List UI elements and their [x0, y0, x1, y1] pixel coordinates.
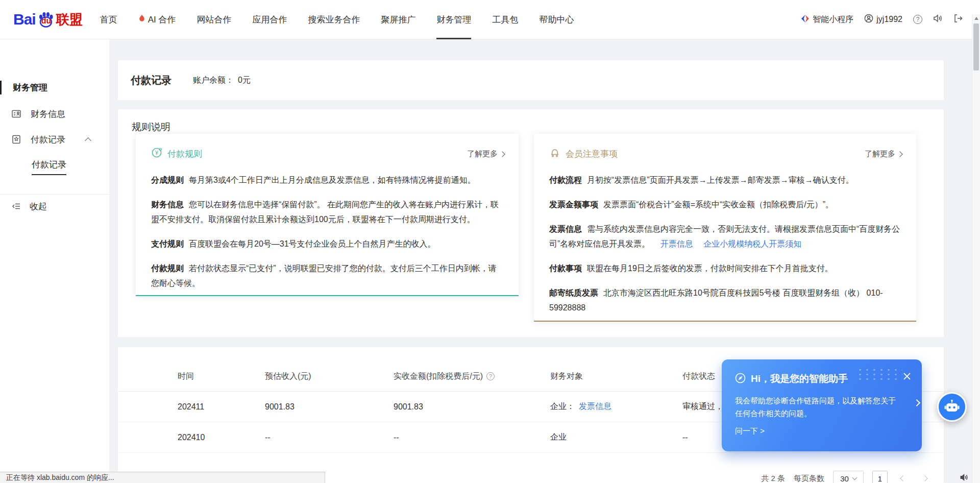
rules-section-title: 规则说明 — [132, 120, 170, 134]
logo-text-bai: Bai — [13, 11, 36, 28]
popup-expand-chevron-icon[interactable] — [913, 399, 920, 406]
sidebar-section-finance[interactable]: 财务管理 — [13, 82, 47, 93]
ask-now-link[interactable]: 问一下 > — [735, 426, 765, 436]
logo-text-union: 联盟 — [56, 11, 83, 29]
scrollbar-thumb[interactable] — [973, 23, 979, 70]
help-icon[interactable]: ? — [913, 15, 922, 24]
corner-speaker-icon[interactable] — [960, 473, 969, 483]
close-icon[interactable] — [902, 372, 912, 381]
payment-rules-head: ¥ 付款规则 — [151, 147, 503, 160]
nav-item-help[interactable]: 帮助中心 — [539, 0, 574, 39]
coin-icon: ¥ — [151, 147, 162, 160]
rule-paragraph: 付款事项联盟在每月19日之后签收的发票，付款时间安排在下个月首批支付。 — [549, 261, 901, 276]
vertical-scrollbar[interactable] — [972, 14, 980, 483]
balance-label: 账户余额： — [193, 75, 234, 86]
payment-rules-card: ¥ 付款规则 了解更多 分成规则每月第3或4个工作日产出上月分成信息及发票信息，… — [136, 134, 519, 296]
member-notice-title: 会员注意事项 — [566, 148, 618, 160]
assistant-header: Hi，我是您的智能助手 — [735, 372, 909, 385]
cell-time: 202410 — [178, 433, 265, 442]
top-nav-right: 智能小程序 jyj1992 ? — [801, 14, 963, 25]
pagination: 共 2 条 每页条数 30 1 — [761, 471, 932, 483]
sidebar-subitem-payment-records[interactable]: 付款记录 — [32, 159, 66, 175]
col-header-actual-amount: 实收金额(扣除税费后/元) ? — [394, 371, 550, 382]
sidebar-active-indicator — [0, 81, 2, 94]
rule-paragraph: 发票金额事项发票票面“价税合计”金额=系统中“实收金额（扣除税费后/元）”。 — [549, 197, 901, 212]
collapse-icon — [11, 201, 21, 211]
rules-section: 规则说明 ¥ 付款规则 了解更多 分成规则每月第3或4个工作日产出上月分成信息及… — [118, 109, 944, 337]
nav-item-website[interactable]: 网站合作 — [197, 0, 231, 39]
chevron-up-icon — [85, 137, 91, 144]
rule-paragraph: 财务信息您可以在财务信息中选择“保留付款”。 在此期间您产生的收入将在账户内进行… — [151, 197, 503, 227]
cell-time: 202411 — [178, 402, 265, 412]
top-nav: Bai du 联盟 首页 AI 合作 网站合作 — [0, 0, 980, 39]
cell-finance-target: 企业 — [550, 432, 682, 443]
sidebar: 财务管理 财务信息 付款记录 付款记录 — [0, 39, 109, 483]
main-menu: 首页 AI 合作 网站合作 应用合作 搜索业务合作 聚屏推广 财务管理 工具包 … — [100, 0, 574, 39]
miniprogram-entry[interactable]: 智能小程序 — [801, 14, 853, 25]
sidebar-item-finance-info[interactable]: 财务信息 — [0, 104, 109, 124]
rule-paragraph: 付款流程月初按“发票信息”页面开具发票→上传发票→邮寄发票→审核→确认支付。 — [549, 173, 901, 187]
caret-down-icon — [852, 475, 857, 480]
compass-icon — [735, 373, 746, 385]
prev-page-button[interactable] — [896, 471, 910, 483]
rule-paragraph: 付款规则若付款状态显示“已支付”，说明联盟已安排了您的付款。支付后三个工作日内到… — [151, 261, 503, 291]
nav-item-finance[interactable]: 财务管理 — [436, 0, 471, 39]
rule-paragraph: 分成规则每月第3或4个工作日产出上月分成信息及发票信息，如有特殊情况将提前通知。 — [151, 173, 503, 187]
cell-finance-target: 企业：发票信息 — [550, 401, 682, 412]
svg-text:¥: ¥ — [155, 150, 158, 156]
col-header-finance-target: 财务对象 — [550, 371, 682, 382]
cell-actual: 9001.83 — [394, 402, 550, 412]
per-page-select[interactable]: 30 — [833, 471, 864, 483]
member-notice-head: 会员注意事项 — [549, 147, 901, 160]
cell-actual: -- — [394, 433, 550, 442]
balance-value: 0元 — [238, 75, 251, 86]
payment-rules-more-link[interactable]: 了解更多 — [467, 149, 504, 159]
total-count: 共 2 条 — [761, 474, 785, 483]
scroll-up-arrow-icon[interactable] — [974, 17, 978, 20]
account-balance: 账户余额： 0元 — [193, 75, 251, 86]
miniprogram-diamond-icon — [801, 14, 810, 25]
nav-item-screen-promo[interactable]: 聚屏推广 — [381, 0, 415, 39]
assistant-popup: Hi，我是您的智能助手 我会帮助您诊断合作链路问题，以及解答您关于任何合作相关的… — [722, 359, 922, 451]
id-card-icon — [11, 109, 21, 119]
nav-item-app[interactable]: 应用合作 — [252, 0, 287, 39]
logout-icon[interactable] — [953, 14, 963, 25]
nav-item-home[interactable]: 首页 — [100, 0, 117, 39]
notice-bell-icon — [549, 147, 560, 160]
nav-item-toolkit[interactable]: 工具包 — [492, 0, 518, 39]
speaker-icon[interactable] — [933, 14, 943, 25]
next-page-button[interactable] — [918, 471, 932, 483]
baidu-union-logo[interactable]: Bai du 联盟 — [13, 10, 83, 29]
nav-item-search-biz[interactable]: 搜索业务合作 — [308, 0, 360, 39]
rule-paragraph: 支付规则百度联盟会在每月20号—31号支付企业会员上个自然月产生的收入。 — [151, 236, 503, 251]
flame-icon — [138, 14, 145, 26]
logo-text-du: du — [41, 16, 52, 26]
rule-paragraph: 发票信息需与系统内发票信息内容完全一致，否则无法支付。请根据发票信息页面中“百度… — [549, 222, 901, 251]
sidebar-divider — [0, 194, 109, 195]
small-taxpayer-notice-link[interactable]: 企业小规模纳税人开票须知 — [703, 239, 801, 248]
member-notice-more-link[interactable]: 了解更多 — [865, 149, 902, 159]
col-header-estimated-income: 预估收入(元) — [265, 371, 394, 382]
assistant-message: 我会帮助您诊断合作链路问题，以及解答您关于任何合作相关的问题。 — [735, 394, 896, 420]
assistant-title: Hi，我是您的智能助手 — [751, 372, 848, 385]
rule-paragraph: 邮寄纸质发票北京市海淀区西北旺东路10号院百度科技园5号楼 百度联盟财务组（收）… — [549, 285, 901, 315]
column-help-icon[interactable]: ? — [486, 372, 495, 380]
per-page-label: 每页条数 — [794, 474, 824, 483]
page-number-button[interactable]: 1 — [872, 471, 888, 483]
nav-item-ai[interactable]: AI 合作 — [138, 0, 176, 39]
invoice-info-cell-link[interactable]: 发票信息 — [579, 402, 611, 410]
baidu-paw-icon: du — [37, 10, 55, 29]
status-text: 正在等待 xlab.baidu.com 的响应... — [6, 473, 114, 482]
sidebar-collapse-button[interactable]: 收起 — [0, 196, 109, 216]
member-notice-card: 会员注意事项 了解更多 付款流程月初按“发票信息”页面开具发票→上传发票→邮寄发… — [534, 134, 916, 322]
sidebar-item-payment-records[interactable]: 付款记录 — [0, 129, 109, 150]
user-icon — [864, 14, 873, 25]
page-title: 付款记录 — [131, 74, 172, 87]
col-header-time: 时间 — [178, 371, 265, 382]
user-account[interactable]: jyj1992 — [864, 14, 902, 25]
cell-estimated: 9001.83 — [265, 402, 394, 412]
invoice-info-link[interactable]: 开票信息 — [660, 239, 693, 248]
assistant-robot-button[interactable] — [937, 392, 967, 422]
browser-status-bar: 正在等待 xlab.baidu.com 的响应... — [0, 472, 325, 483]
badge-icon — [11, 134, 21, 144]
